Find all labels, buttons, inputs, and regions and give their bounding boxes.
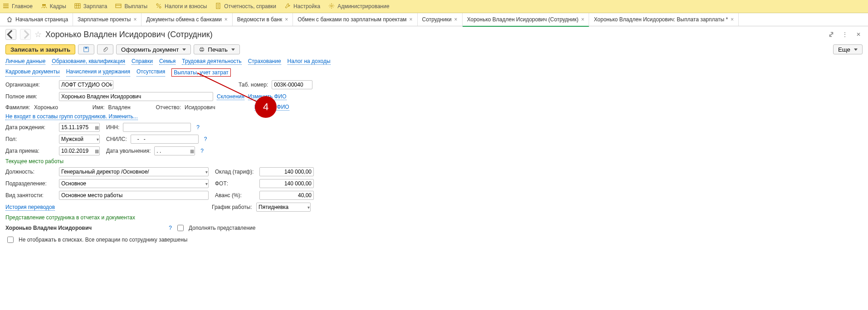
calendar-icon[interactable]: ▦ [95, 149, 99, 154]
save-button[interactable] [78, 44, 94, 54]
org-field[interactable] [59, 80, 113, 89]
print-button[interactable]: Печать [194, 44, 240, 54]
more-label: Еще [838, 46, 850, 53]
favorite-star-icon[interactable]: ☆ [34, 29, 42, 39]
hire-field[interactable] [59, 146, 100, 155]
menu-vyplaty[interactable]: Выплаты [115, 3, 147, 10]
section-links-row-2: Кадровые документыНачисления и удержания… [0, 67, 868, 78]
chevron-down-icon [231, 48, 235, 51]
tab[interactable]: Обмен с банками по зарплатным проектам× [293, 13, 417, 26]
close-icon[interactable]: × [731, 16, 734, 23]
position-field[interactable] [59, 167, 209, 176]
close-icon[interactable]: × [285, 16, 288, 23]
declensions-link[interactable]: Склонения [217, 93, 244, 100]
close-icon[interactable]: × [454, 16, 458, 23]
svg-point-1 [44, 4, 46, 6]
menu-label: Настройка [293, 3, 320, 10]
forward-button[interactable] [20, 29, 31, 40]
surname-value: Хоронько [34, 104, 58, 111]
section-link[interactable]: Личные данные [5, 58, 45, 65]
picker-icon[interactable]: ▾ [205, 170, 208, 174]
dept-field[interactable] [59, 179, 209, 188]
fullname-label: Полное имя: [5, 93, 55, 100]
payments-expenses-link[interactable]: Выплаты, учет затрат [171, 68, 231, 77]
fire-help-icon[interactable]: ? [200, 148, 204, 154]
repr-help-icon[interactable]: ? [169, 225, 172, 231]
section-link[interactable]: Страхование [248, 58, 281, 65]
svg-point-0 [42, 4, 44, 6]
sex-field[interactable] [59, 135, 100, 144]
snils-field[interactable] [131, 135, 199, 144]
emptype-field[interactable] [59, 191, 209, 200]
annotation-callout: 4 [255, 96, 277, 118]
menu-nastroyka[interactable]: Настройка [284, 3, 320, 10]
close-icon[interactable]: × [224, 16, 228, 23]
menu-label: Кадры [50, 3, 66, 10]
birth-field[interactable] [59, 123, 100, 132]
patr-label: Отчество: [156, 104, 181, 111]
oklad-field[interactable] [259, 167, 314, 176]
kebab-menu-icon[interactable]: ⋮ [841, 30, 849, 39]
calendar-icon[interactable]: ▦ [95, 125, 99, 130]
avans-field[interactable] [259, 191, 314, 200]
link-icon[interactable] [827, 30, 835, 39]
tab[interactable]: Документы обмена с банками× [141, 13, 232, 26]
fire-field[interactable] [154, 146, 195, 155]
hide-in-lists-checkbox[interactable] [7, 237, 14, 243]
save-close-button[interactable]: Записать и закрыть [5, 44, 75, 54]
transfers-history-link[interactable]: История переводов [5, 204, 55, 211]
menu-kadry[interactable]: Кадры [41, 3, 66, 10]
calendar-icon[interactable]: ▦ [190, 149, 194, 154]
section-link[interactable]: Начисления и удержания [66, 68, 130, 77]
more-button[interactable]: Еще [833, 44, 863, 54]
org-picker-icon[interactable]: ▾ [110, 82, 112, 87]
inn-field[interactable] [123, 123, 191, 132]
tab[interactable]: Сотрудники× [418, 13, 463, 26]
menu-label: Зарплата [83, 3, 107, 10]
surname-label: Фамилия: [5, 104, 30, 111]
append-representation-checkbox[interactable] [177, 225, 184, 231]
draft-document-button[interactable]: Оформить документ [116, 44, 191, 54]
menu-otchet[interactable]: Отчетность, справки [215, 3, 276, 10]
tab[interactable]: Хоронько Владлен Исидорович: Выплата зар… [589, 13, 739, 26]
name-value: Владлен [108, 104, 131, 111]
fullname-field[interactable] [59, 92, 213, 101]
section-link[interactable]: Образование, квалификация [52, 58, 125, 65]
tab[interactable]: Начальная страница [2, 13, 73, 26]
close-icon[interactable]: × [133, 16, 137, 23]
attach-button[interactable] [97, 44, 113, 54]
tab-label: Сотрудники [422, 16, 452, 23]
tab[interactable]: Ведомости в банк× [233, 13, 293, 26]
section-link[interactable]: Отсутствия [137, 68, 165, 77]
section-link[interactable]: Трудовая деятельность [182, 58, 241, 65]
menu-main[interactable]: Главное [3, 3, 33, 10]
menu-nalogi[interactable]: Налоги и взносы [156, 3, 207, 10]
section-link[interactable]: Справки [132, 58, 153, 65]
close-window-icon[interactable]: ✕ [854, 30, 863, 39]
chevron-down-icon[interactable]: ▾ [97, 137, 99, 142]
no-group-link[interactable]: Не входит в составы групп сотрудников. И… [5, 113, 138, 120]
menu-admin[interactable]: Администрирование [328, 3, 389, 10]
back-button[interactable] [5, 29, 16, 40]
section-link[interactable]: Кадровые документы [5, 68, 60, 77]
tab[interactable]: Хоронько Владлен Исидорович (Сотрудник)× [463, 13, 590, 27]
inn-help-icon[interactable]: ? [196, 124, 200, 131]
chevron-down-icon [182, 48, 186, 51]
dept-label: Подразделение: [5, 180, 55, 187]
tabnum-field[interactable] [272, 80, 312, 89]
schedule-field[interactable] [256, 203, 311, 212]
menu-label: Отчетность, справки [224, 3, 276, 10]
fot-field[interactable] [259, 179, 314, 188]
close-icon[interactable]: × [581, 16, 584, 23]
snils-help-icon[interactable]: ? [204, 136, 207, 142]
section-link[interactable]: Налог на доходы [288, 58, 331, 65]
picker-icon[interactable]: ▾ [205, 181, 208, 186]
tab[interactable]: Зарплатные проекты× [73, 13, 141, 26]
section-link[interactable]: Семья [159, 58, 176, 65]
draft-document-label: Оформить документ [121, 46, 179, 53]
svg-point-7 [331, 5, 332, 7]
picker-icon[interactable]: ▾ [307, 205, 310, 210]
menu-zarplata[interactable]: Зарплата [74, 3, 107, 10]
close-icon[interactable]: × [410, 16, 413, 23]
current-workplace-header: Текущее место работы [5, 158, 63, 165]
